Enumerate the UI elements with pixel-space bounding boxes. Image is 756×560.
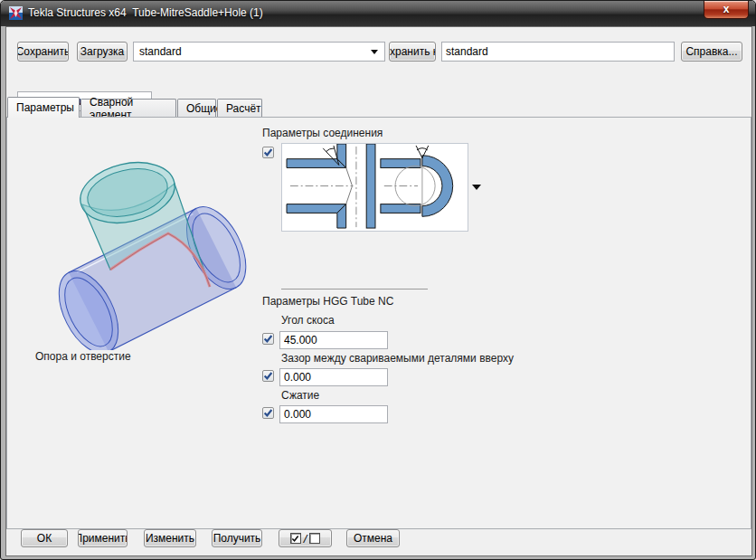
- picture-dropdown-arrow-icon[interactable]: [472, 185, 481, 190]
- connection-3d-preview: [33, 137, 260, 350]
- unchecked-checkbox-icon: [309, 533, 320, 544]
- save-as-button[interactable]: Сохранить как: [389, 42, 436, 62]
- compression-checkbox[interactable]: [262, 407, 274, 419]
- tekla-logo-icon: [8, 5, 24, 21]
- load-button[interactable]: Загрузка: [77, 42, 128, 62]
- weld-gap-input[interactable]: [279, 368, 388, 386]
- bevel-angle-checkbox[interactable]: [262, 333, 274, 345]
- tab-parameters[interactable]: Параметры: [7, 97, 80, 118]
- compression-input[interactable]: [279, 405, 388, 423]
- toggle-separator: /: [304, 532, 307, 546]
- hgg-section-title: Параметры HGG Tube NC: [262, 295, 393, 308]
- close-button[interactable]: x: [704, 1, 749, 19]
- checked-checkbox-icon: [290, 533, 301, 544]
- check-icon: [263, 147, 273, 157]
- connection-type-picture[interactable]: [281, 143, 468, 232]
- check-icon: [263, 371, 273, 381]
- bevel-angle-input[interactable]: [279, 331, 388, 349]
- modify-button[interactable]: Изменить: [144, 529, 196, 547]
- apply-button[interactable]: Применить: [78, 529, 128, 547]
- save-button[interactable]: Сохранить: [17, 42, 69, 62]
- tab-general[interactable]: Общие: [177, 99, 216, 118]
- settings-combobox[interactable]: standard: [133, 42, 385, 62]
- settings-combobox-value: standard: [139, 45, 182, 58]
- title-bar[interactable]: Tekla Structures x64 Tube-MitreSaddle+Ho…: [1, 1, 755, 26]
- connection-section-title: Параметры соединения: [262, 127, 383, 139]
- bevel-angle-label: Угол скоса: [281, 314, 335, 327]
- window-title: Tekla Structures x64 Tube-MitreSaddle+Ho…: [28, 6, 263, 19]
- connection-picture-checkbox[interactable]: [262, 147, 274, 158]
- weld-gap-label: Зазор между свариваемыми деталями вверху: [281, 352, 514, 365]
- tab-analysis-label: Расчёт: [226, 102, 261, 115]
- cancel-button[interactable]: Отмена: [346, 529, 400, 547]
- toggle-all-checkboxes-button[interactable]: /: [279, 529, 332, 547]
- weld-gap-checkbox[interactable]: [262, 370, 274, 382]
- tab-parameters-label: Параметры: [16, 101, 74, 114]
- check-icon: [263, 408, 273, 418]
- save-as-name-input[interactable]: [441, 42, 675, 62]
- get-button[interactable]: Получить: [212, 529, 262, 547]
- check-icon: [263, 334, 273, 344]
- compression-label: Сжатие: [281, 389, 319, 402]
- chevron-down-icon: [371, 50, 378, 54]
- dialog-window: Tekla Structures x64 Tube-MitreSaddle+Ho…: [0, 0, 756, 560]
- help-button[interactable]: Справка...: [681, 42, 742, 62]
- ok-button[interactable]: ОК: [21, 529, 68, 547]
- preview-caption: Опора и отверстие: [35, 350, 131, 363]
- tab-analysis[interactable]: Расчёт: [217, 99, 262, 118]
- tab-welded-part[interactable]: Сварной элемент: [80, 99, 176, 118]
- section-divider: [281, 289, 428, 289]
